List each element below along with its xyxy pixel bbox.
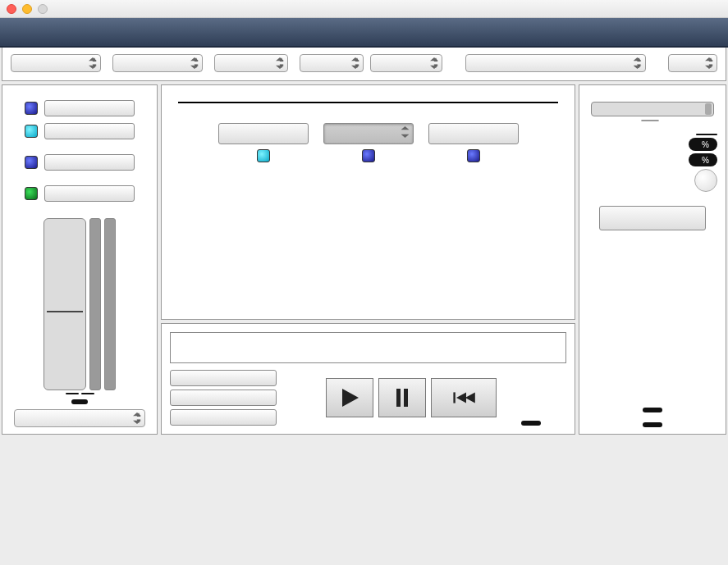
freq-range-low-select[interactable]: ▲▼ [300,54,364,72]
your-response-button[interactable] [428,123,519,144]
freq-res-select[interactable]: ▲▼ [112,54,203,72]
current-question-value [696,134,717,135]
output-db-value [66,393,79,394]
bypass-button[interactable] [218,123,309,144]
response-panel [161,84,575,320]
bypass-led-icon[interactable] [257,149,270,162]
close-icon[interactable] [7,4,16,14]
num-bands-select[interactable]: ▲▼ [214,54,288,72]
score-panel: % % [579,84,726,435]
transport-panel [161,323,575,435]
pink-noise-button[interactable] [44,100,135,116]
gain-combo-select[interactable]: ▲▼ [465,54,646,72]
sound-file-led-icon[interactable] [25,125,38,138]
practice-type-select[interactable]: ▲▼ [11,54,101,72]
q-select[interactable]: ▲▼ [668,54,717,72]
reset-counter-button[interactable] [694,169,717,192]
svg-rect-3 [453,392,455,403]
block-diagram-button[interactable] [643,422,662,427]
question-led-icon[interactable] [362,149,375,162]
divider [178,102,558,103]
rewind-button[interactable] [431,378,497,417]
your-response-led-icon[interactable] [467,149,480,162]
time-limit-value [641,120,659,121]
output-meter-l [89,218,101,390]
sound-file-button[interactable] [44,123,135,139]
play-button[interactable] [326,378,373,417]
minimize-icon[interactable] [22,4,32,14]
pause-icon [390,385,414,410]
playback-time [521,421,541,426]
sound-file-display [170,332,566,363]
app-banner [0,18,728,48]
select-all-button[interactable] [170,370,277,386]
pink-noise-led-icon[interactable] [25,102,38,115]
svg-marker-0 [342,389,359,407]
output-db-unit [81,393,94,394]
freq-range-high-select[interactable]: ▲▼ [370,54,442,72]
check-answer-button[interactable] [599,206,706,230]
average-score-value: % [689,153,717,166]
audio-driver-select[interactable]: ▲▼ [14,409,145,427]
pause-button[interactable] [378,378,426,417]
svg-marker-4 [456,392,466,403]
question-button[interactable] [323,123,414,144]
question-score-value: % [689,138,717,151]
svg-rect-1 [396,389,401,407]
monitor-panel: ▲▼ [2,84,158,435]
audio-onoff-led-icon[interactable] [25,187,38,200]
svg-marker-5 [465,392,475,403]
zoom-icon[interactable] [38,4,48,14]
keyboard-shortcuts-button[interactable] [643,408,662,412]
audio-onoff-button[interactable] [44,185,135,202]
mono-led-icon[interactable] [25,156,38,169]
output-fader[interactable] [43,218,86,390]
time-limit-slider[interactable] [591,102,714,116]
load-sound-button[interactable] [170,390,277,406]
output-meter-r [104,218,116,390]
mono-button[interactable] [44,154,135,171]
open-audio-prefs-button[interactable] [71,399,88,404]
svg-rect-2 [404,389,408,407]
clear-sound-button[interactable] [170,409,277,426]
settings-row: ▲▼ ▲▼ ▲▼ ▲▼ ▲▼ ▲▼ ▲▼ [2,48,726,81]
rewind-icon [451,385,476,410]
play-icon [337,385,362,410]
titlebar [0,0,728,18]
